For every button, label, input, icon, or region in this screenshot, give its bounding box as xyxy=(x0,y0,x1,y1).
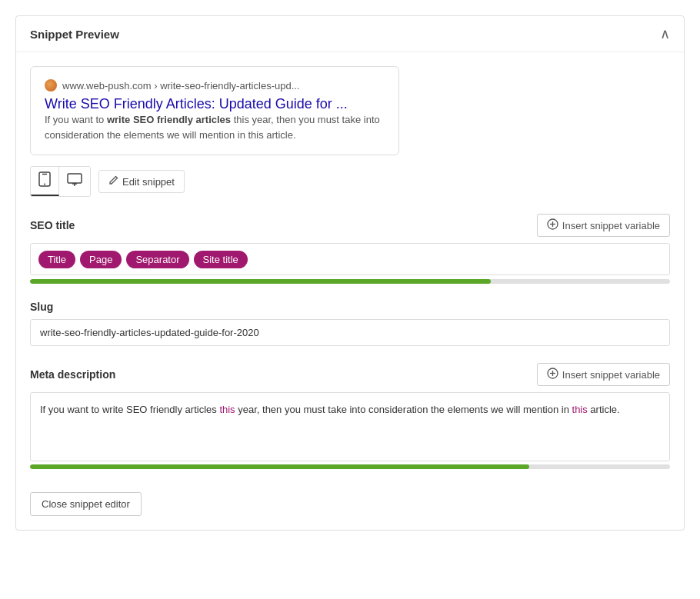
collapse-icon[interactable]: ∧ xyxy=(660,27,670,41)
meta-description-header: Meta description Insert snippet variable xyxy=(30,363,670,386)
desktop-icon xyxy=(67,176,82,189)
seo-title-progress-fill xyxy=(30,279,491,284)
seo-title-header: SEO title Insert snippet variable xyxy=(30,214,670,237)
plus-circle-icon xyxy=(547,218,558,232)
svg-point-1 xyxy=(44,184,45,185)
snippet-preview-panel: Snippet Preview ∧ www.web-push.com › wri… xyxy=(15,15,685,531)
snippet-preview-box: www.web-push.com › write-seo-friendly-ar… xyxy=(30,66,399,155)
seo-title-tag-title[interactable]: Title xyxy=(38,251,75,268)
meta-desc-link-2[interactable]: this xyxy=(572,404,588,415)
seo-title-tag-separator[interactable]: Separator xyxy=(126,251,188,268)
pencil-icon xyxy=(108,175,118,188)
seo-title-progress-bar xyxy=(30,279,670,284)
meta-description-field[interactable]: If you want to write SEO friendly articl… xyxy=(30,392,670,461)
snippet-url: www.web-push.com › write-seo-friendly-ar… xyxy=(62,80,299,92)
meta-description-insert-variable-button[interactable]: Insert snippet variable xyxy=(537,363,670,386)
slug-header: Slug xyxy=(30,301,670,313)
close-snippet-editor-button[interactable]: Close snippet editor xyxy=(30,492,142,516)
panel-title: Snippet Preview xyxy=(30,28,119,41)
meta-description-progress-bar xyxy=(30,464,670,469)
meta-description-insert-variable-label: Insert snippet variable xyxy=(562,369,660,381)
snippet-favicon xyxy=(45,79,57,92)
seo-title-tag-site-title[interactable]: Site title xyxy=(194,251,248,268)
slug-section: Slug xyxy=(30,301,670,346)
snippet-description: If you want to write SEO friendly articl… xyxy=(45,112,385,142)
seo-title-tag-page[interactable]: Page xyxy=(80,251,122,268)
edit-snippet-label: Edit snippet xyxy=(122,176,175,188)
svg-rect-3 xyxy=(68,174,82,183)
slug-label: Slug xyxy=(30,301,53,313)
seo-title-section: SEO title Insert snippet variable Title … xyxy=(30,214,670,284)
mobile-icon xyxy=(38,176,51,189)
panel-body: www.web-push.com › write-seo-friendly-ar… xyxy=(16,52,684,530)
seo-title-insert-variable-label: Insert snippet variable xyxy=(562,220,660,231)
desktop-view-button[interactable] xyxy=(59,167,90,196)
meta-description-progress-fill xyxy=(30,464,529,469)
snippet-desc-bold: write SEO friendly articles xyxy=(107,114,231,125)
meta-desc-link-1[interactable]: this xyxy=(219,404,235,415)
device-toggle xyxy=(30,166,91,197)
snippet-controls: Edit snippet xyxy=(30,166,670,197)
slug-input[interactable] xyxy=(30,319,670,346)
seo-title-field[interactable]: Title Page Separator Site title xyxy=(30,243,670,275)
edit-snippet-button[interactable]: Edit snippet xyxy=(98,170,185,193)
meta-plus-circle-icon xyxy=(547,368,558,381)
mobile-view-button[interactable] xyxy=(31,167,59,196)
panel-header: Snippet Preview ∧ xyxy=(16,16,684,52)
meta-description-section: Meta description Insert snippet variable… xyxy=(30,363,670,469)
snippet-url-row: www.web-push.com › write-seo-friendly-ar… xyxy=(45,79,385,92)
seo-title-label: SEO title xyxy=(30,219,75,231)
snippet-title[interactable]: Write SEO Friendly Articles: Updated Gui… xyxy=(45,96,348,111)
seo-title-insert-variable-button[interactable]: Insert snippet variable xyxy=(537,214,670,237)
meta-description-label: Meta description xyxy=(30,368,115,381)
